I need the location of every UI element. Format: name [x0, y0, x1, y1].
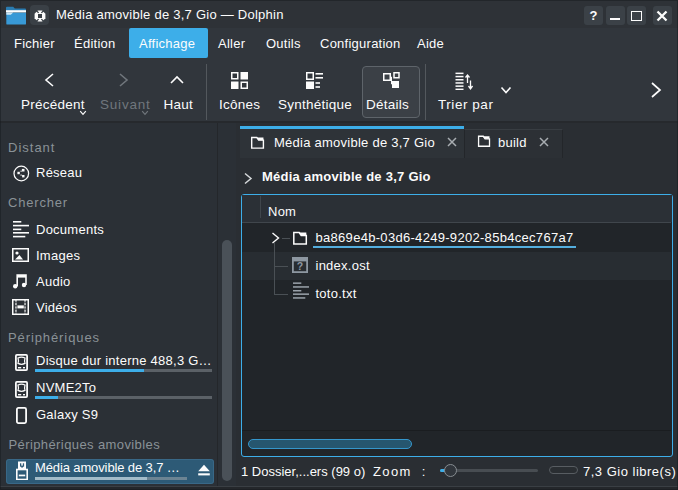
- svg-text:?: ?: [297, 260, 303, 272]
